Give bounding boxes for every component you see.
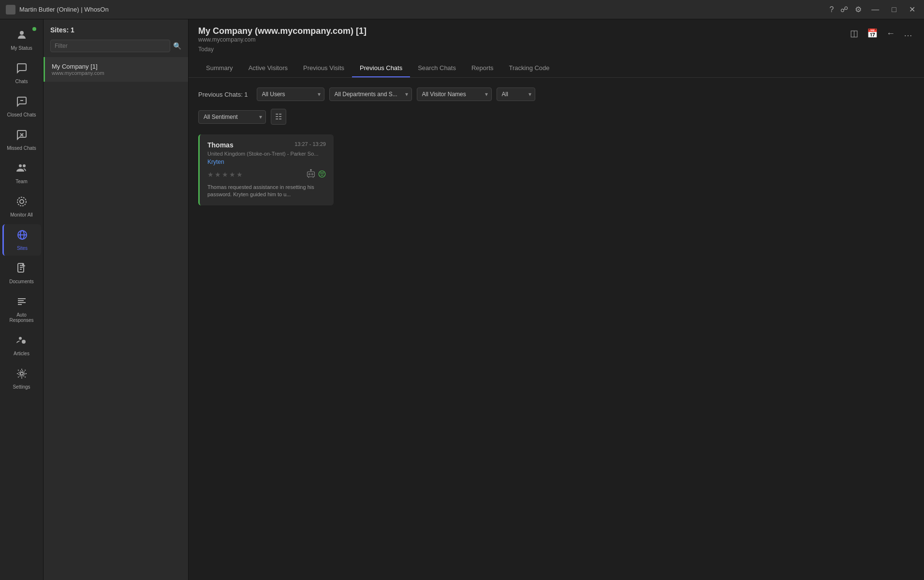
all-filter[interactable]: All	[497, 87, 535, 101]
visitor-names-filter[interactable]: All Visitor Names	[417, 87, 492, 101]
chat-icon[interactable]: ☍	[840, 5, 848, 14]
sites-count: Sites: 1	[50, 26, 74, 34]
sites-header: Sites: 1	[44, 19, 188, 38]
more-icon[interactable]: …	[902, 27, 914, 41]
app-logo	[6, 5, 15, 14]
list-view-button[interactable]: ☷	[271, 109, 286, 125]
sidebar-item-team[interactable]: Team	[2, 158, 41, 189]
svg-point-21	[309, 174, 310, 175]
all-filter-wrapper: All	[497, 87, 535, 101]
sentiment-filter-wrapper: All Sentiment	[198, 110, 266, 124]
sidebar-item-label: Auto Responses	[5, 312, 39, 323]
titlebar-controls: ? ☍ ⚙ — □ ✕	[829, 4, 918, 15]
site-item-info: My Company [1] www.mycompany.com	[52, 63, 104, 76]
calendar-icon[interactable]: 📅	[865, 26, 880, 41]
sidebar-item-label: Documents	[9, 279, 34, 284]
chat-card[interactable]: Thomas 13:27 - 13:29 United Kingdom (Sto…	[198, 134, 334, 205]
my-status-icon	[16, 29, 28, 44]
sidebar-item-label: Chats	[15, 79, 28, 84]
tab-previous-chats[interactable]: Previous Chats	[352, 59, 410, 77]
svg-point-6	[20, 200, 24, 203]
closed-chats-icon	[16, 96, 28, 110]
svg-point-19	[19, 371, 25, 377]
tab-search-chats[interactable]: Search Chats	[410, 59, 464, 77]
tab-tracking-code[interactable]: Tracking Code	[501, 59, 557, 77]
monitor-all-icon	[16, 196, 28, 210]
sidebar-item-settings[interactable]: Settings	[2, 363, 41, 394]
sites-list: My Company [1] www.mycompany.com	[44, 57, 188, 580]
chat-rating-row: ★ ★ ★ ★ ★	[207, 169, 326, 180]
tab-active-visitors[interactable]: Active Visitors	[241, 59, 295, 77]
sidebar-item-my-status[interactable]: My Status	[2, 24, 41, 56]
previous-chats-count: Previous Chats: 1	[198, 91, 248, 98]
sidebar-item-label: Settings	[13, 384, 30, 390]
svg-point-24	[310, 169, 311, 170]
main-title: My Company (www.mycompany.com) [1]	[198, 26, 367, 36]
main-header-top: My Company (www.mycompany.com) [1] www.m…	[198, 26, 914, 58]
settings-icon[interactable]: ⚙	[855, 5, 862, 14]
minimize-button[interactable]: —	[868, 4, 882, 15]
users-filter[interactable]: All Users	[257, 87, 324, 101]
help-icon[interactable]: ?	[829, 5, 834, 14]
svg-point-16	[19, 337, 22, 340]
departments-filter[interactable]: All Departments and S...	[329, 87, 412, 101]
header-actions: ◫ 📅 ← …	[848, 26, 914, 41]
team-icon	[16, 162, 28, 177]
sidebar-item-label: Closed Chats	[7, 112, 36, 117]
main-subtitle: www.mycompany.com	[198, 36, 367, 43]
users-filter-wrapper: All Users	[257, 87, 324, 101]
site-item-url: www.mycompany.com	[52, 70, 104, 76]
sentiment-filter[interactable]: All Sentiment	[198, 110, 266, 124]
svg-point-28	[321, 173, 322, 174]
maximize-button[interactable]: □	[889, 4, 899, 15]
sidebar-item-label: Monitor All	[10, 212, 33, 218]
chat-time: 13:27 - 13:29	[294, 141, 326, 147]
chat-card-header: Thomas 13:27 - 13:29	[207, 141, 326, 149]
app-body: My Status Chats Closed Chats Missed Chat…	[0, 19, 924, 580]
sites-filter-row: 🔍	[44, 38, 188, 57]
back-icon[interactable]: ←	[884, 27, 897, 41]
svg-point-27	[319, 171, 325, 177]
sidebar-item-closed-chats[interactable]: Closed Chats	[2, 91, 41, 122]
tabs: Summary Active Visitors Previous Visits …	[198, 59, 914, 77]
sentiment-icon	[318, 170, 326, 179]
titlebar-title: Martin Butler (Online) | WhosOn	[19, 6, 109, 13]
tab-summary[interactable]: Summary	[198, 59, 241, 77]
chat-stars: ★ ★ ★ ★ ★	[207, 171, 243, 178]
star-2: ★	[215, 171, 221, 178]
sidebar-item-label: Sites	[17, 246, 28, 251]
tab-previous-visits[interactable]: Previous Visits	[295, 59, 352, 77]
sidebar-item-label: Missed Chats	[7, 145, 36, 151]
chat-icons	[307, 169, 326, 180]
filters-row-2: All Sentiment ☷	[198, 109, 914, 125]
sidebar-item-articles[interactable]: Articles	[2, 330, 41, 361]
chat-view-icon[interactable]: ◫	[848, 26, 860, 41]
svg-point-5	[23, 164, 26, 167]
status-badge	[32, 27, 36, 31]
sites-filter-input[interactable]	[50, 40, 170, 52]
svg-point-29	[323, 173, 323, 174]
sidebar-item-monitor-all[interactable]: Monitor All	[2, 191, 41, 222]
visitor-name: Thomas	[207, 141, 234, 149]
sidebar: My Status Chats Closed Chats Missed Chat…	[0, 19, 44, 580]
chats-icon	[16, 62, 28, 77]
svg-point-7	[17, 197, 26, 206]
sidebar-item-documents[interactable]: Documents	[2, 258, 41, 289]
auto-responses-icon	[16, 296, 28, 310]
titlebar: Martin Butler (Online) | WhosOn ? ☍ ⚙ — …	[0, 0, 924, 19]
site-item[interactable]: My Company [1] www.mycompany.com	[44, 57, 188, 82]
chat-agent: Kryten	[207, 159, 326, 165]
sidebar-item-missed-chats[interactable]: Missed Chats	[2, 124, 41, 156]
star-1: ★	[207, 171, 214, 178]
documents-icon	[16, 262, 28, 277]
star-3: ★	[222, 171, 228, 178]
svg-point-18	[20, 372, 23, 375]
close-button[interactable]: ✕	[906, 4, 918, 15]
sidebar-item-chats[interactable]: Chats	[2, 58, 41, 89]
sidebar-item-sites[interactable]: Sites	[2, 224, 41, 256]
visitor-names-filter-wrapper: All Visitor Names	[417, 87, 492, 101]
articles-icon	[16, 334, 28, 349]
tab-reports[interactable]: Reports	[464, 59, 501, 77]
svg-point-22	[312, 174, 313, 175]
sidebar-item-auto-responses[interactable]: Auto Responses	[2, 291, 41, 328]
